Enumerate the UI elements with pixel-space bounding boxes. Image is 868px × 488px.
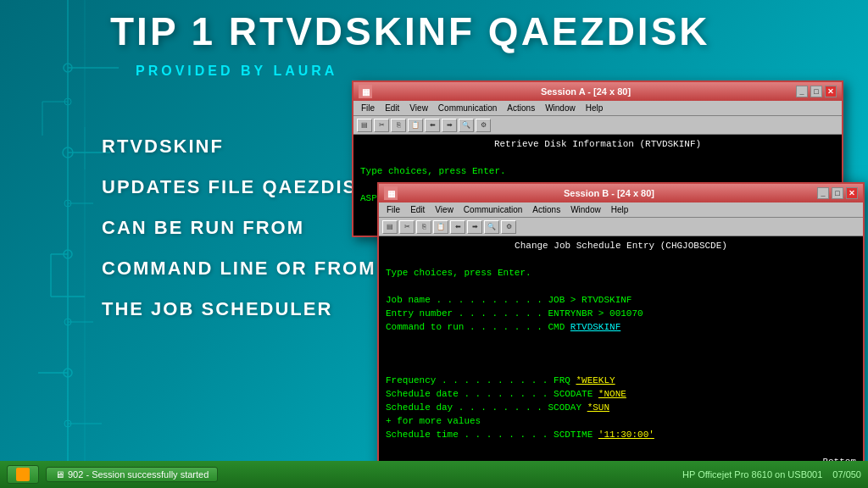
terminal-line-b-4 [386,280,856,294]
page-title: TIP 1 RTVDSKINF QAEZDISK [110,8,710,54]
session-a-title: Session A - [24 x 80] [376,86,796,97]
session-status-label: 902 - Session successfully started [68,469,209,480]
toolbar-btn-6b[interactable]: ➡ [467,220,482,234]
session-b-terminal: Change Job Schedule Entry (CHGJOBSCDE) T… [379,236,863,473]
taskbar: 🖥 902 - Session successfully started HP … [0,461,868,488]
session-a-toolbar: ▤ ✂ ⎘ 📋 ⬅ ➡ 🔍 ⚙ [353,116,842,135]
left-item-updates: UPDATES FILE QAEZDISK [102,176,376,198]
terminal-line-a-1: Retrieve Disk Information (RTVDSKINF) [360,138,835,152]
terminal-spacer3: Frequency . . . . . . . . . . FRQ *WEEKL… [386,374,856,388]
toolbar-btn-5b[interactable]: ⬅ [450,220,465,234]
session-a-menubar: File Edit View Communication Actions Win… [353,101,842,116]
toolbar-btn-8b[interactable]: ⚙ [501,220,516,234]
start-icon [16,468,30,481]
terminal-spacer2 [386,361,856,374]
terminal-line-b-more: + for more values [386,415,856,429]
menu-communication-b[interactable]: Communication [459,204,526,215]
terminal-line-b-6: Entry number . . . . . . . . ENTRYNBR > … [386,308,856,321]
left-item-rtvdskinf: RTVDSKINF [102,136,376,158]
terminal-line-a-3: Type choices, press Enter. [360,165,835,179]
session-b-window[interactable]: ▦ Session B - [24 x 80] _ □ ✕ File Edit … [377,182,865,474]
toolbar-btn-1a[interactable]: ▤ [357,119,372,132]
terminal-spacer4 [386,442,856,456]
terminal-line-b-7: Command to run . . . . . . . CMD RTVDSKI… [386,321,856,335]
terminal-line-b-5: Job name . . . . . . . . . . JOB > RTVDS… [386,294,856,308]
session-icon: 🖥 [55,469,64,480]
session-b-toolbar: ▤ ✂ ⎘ 📋 ⬅ ➡ 🔍 ⚙ [379,218,863,236]
left-item-can-be-run: CAN BE RUN FROM [102,217,376,239]
maximize-button-b[interactable]: □ [832,187,843,199]
menu-edit-b[interactable]: Edit [406,204,429,215]
terminal-line-b-scodate: Schedule date . . . . . . . . SCODATE *N… [386,388,856,402]
toolbar-btn-3a[interactable]: ⎘ [391,119,406,132]
session-a-controls: _ □ ✕ [796,86,837,97]
menu-edit-a[interactable]: Edit [381,103,403,114]
printer-info: HP Officejet Pro 8610 on USB001 [682,469,822,480]
page-subtitle: PROVIDED BY LAURA [136,64,337,79]
toolbar-btn-4b[interactable]: 📋 [433,220,448,234]
terminal-line-b-3: Type choices, press Enter. [386,267,856,280]
minimize-button-b[interactable]: _ [817,187,829,199]
maximize-button-a[interactable]: □ [810,86,822,97]
main-container: TIP 1 RTVDSKINF QAEZDISK PROVIDED BY LAU… [0,0,868,488]
session-b-controls: _ □ ✕ [817,187,858,199]
toolbar-btn-3b[interactable]: ⎘ [416,220,431,234]
close-button-a[interactable]: ✕ [825,86,837,97]
start-button[interactable] [7,465,39,484]
taskbar-time: 07/050 [832,469,861,480]
menu-file-a[interactable]: File [357,103,379,114]
terminal-line-b-scoday: Schedule day . . . . . . . . SCODAY *SUN [386,402,856,415]
toolbar-btn-7a[interactable]: 🔍 [459,119,474,132]
session-b-icon: ▦ [384,186,398,200]
menu-actions-a[interactable]: Actions [503,103,539,114]
menu-communication-a[interactable]: Communication [434,103,501,114]
session-b-menubar: File Edit View Communication Actions Win… [379,202,863,218]
menu-window-b[interactable]: Window [566,204,605,215]
session-b-titlebar: ▦ Session B - [24 x 80] _ □ ✕ [379,184,863,202]
terminal-line-b-2 [386,253,856,267]
session-taskbar-btn[interactable]: 🖥 902 - Session successfully started [46,467,218,482]
menu-actions-b[interactable]: Actions [528,204,565,215]
terminal-line-a-2 [360,152,835,165]
terminal-line-b-1: Change Job Schedule Entry (CHGJOBSCDE) [386,240,856,253]
menu-help-a[interactable]: Help [581,103,608,114]
taskbar-right: HP Officejet Pro 8610 on USB001 07/050 [682,469,861,480]
toolbar-btn-8a[interactable]: ⚙ [476,119,491,132]
toolbar-btn-2a[interactable]: ✂ [374,119,389,132]
toolbar-btn-4a[interactable]: 📋 [408,119,423,132]
session-b-title: Session B - [24 x 80] [401,188,817,198]
left-item-job-scheduler: THE JOB SCHEDULER [102,298,376,320]
toolbar-btn-1b[interactable]: ▤ [382,220,398,234]
terminal-line-b-8 [386,335,856,348]
toolbar-btn-2b[interactable]: ✂ [399,220,415,234]
toolbar-btn-6a[interactable]: ➡ [442,119,457,132]
close-button-b[interactable]: ✕ [846,187,858,199]
menu-window-a[interactable]: Window [541,103,580,114]
toolbar-btn-7b[interactable]: 🔍 [484,220,499,234]
menu-file-b[interactable]: File [382,204,404,215]
terminal-spacer1 [386,348,856,362]
minimize-button-a[interactable]: _ [796,86,808,97]
menu-view-b[interactable]: View [431,204,458,215]
menu-view-a[interactable]: View [405,103,432,114]
menu-help-b[interactable]: Help [607,204,633,215]
left-text-panel: RTVDSKINF UPDATES FILE QAEZDISK CAN BE R… [102,136,376,339]
left-item-command-line: COMMAND LINE OR FROM [102,258,376,280]
terminal-line-b-scdtime: Schedule time . . . . . . . . SCDTIME '1… [386,429,856,442]
session-a-icon: ▦ [359,85,372,98]
session-a-titlebar: ▦ Session A - [24 x 80] _ □ ✕ [353,82,842,101]
toolbar-btn-5a[interactable]: ⬅ [425,119,440,132]
